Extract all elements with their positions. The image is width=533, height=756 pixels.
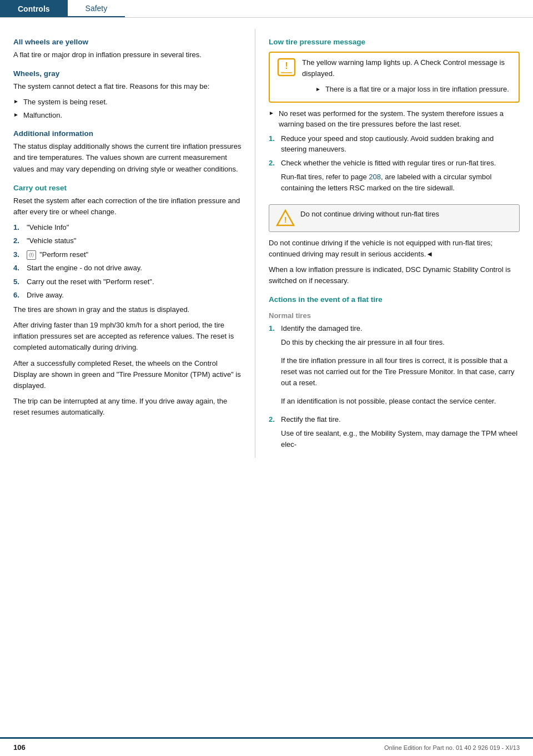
warning-text-area: The yellow warning lamp lights up. A Che…: [302, 57, 512, 97]
content: All wheels are yellow A flat tire or maj…: [0, 18, 533, 469]
after-steps-4: The trip can be interrupted at any time.…: [13, 396, 242, 418]
wheels-gray-bullet-list: ► The system is being reset. ► Malfuncti…: [13, 97, 242, 120]
step1-extra3: If an identification is not possible, pl…: [281, 396, 496, 407]
caution-box: ! Do not continue driving without run-fl…: [269, 204, 520, 232]
list-item: 3. 〈!〉 "Perform reset": [13, 249, 242, 260]
step-num: 1.: [269, 323, 281, 334]
section-additional-info-body: The status display additionally shows th…: [13, 141, 242, 174]
section-normal-tires-heading: Normal tires: [269, 311, 520, 320]
warning-box: ! The yellow warning lamp lights up. A C…: [269, 52, 520, 103]
step-num: 1.: [13, 222, 27, 233]
step-text: Carry out the reset with "Perform reset"…: [27, 276, 154, 288]
controls-tab-label: Controls: [18, 4, 50, 13]
caution-svg: !: [276, 209, 295, 228]
safety-tab-label: Safety: [86, 4, 108, 13]
caution-text: Do not continue driving without run-flat…: [300, 209, 439, 220]
step-num: 1.: [269, 133, 281, 144]
bullet-text: Malfunction.: [23, 110, 62, 121]
list-item: 4. Start the engine - do not drive away.: [13, 263, 242, 274]
section-additional-info-heading: Additional information: [13, 129, 242, 138]
list-item: 1. Identify the damaged tire. Do this by…: [269, 323, 520, 411]
step-text: Rectify the flat tire.: [281, 414, 341, 425]
warning-lamp-icon: !: [276, 57, 296, 77]
step-num: 2.: [269, 158, 281, 169]
step-num: 4.: [13, 263, 27, 274]
section-wheels-gray-body: The system cannot detect a flat tire. Re…: [13, 81, 242, 92]
list-item: 6. Drive away.: [13, 290, 242, 301]
after-steps-1: The tires are shown in gray and the stat…: [13, 304, 242, 315]
step-text: 〈!〉 "Perform reset": [27, 249, 88, 260]
tab-safety[interactable]: Safety: [68, 0, 125, 17]
page-number: 106: [13, 743, 26, 752]
step2-extra1: Use of tire sealant, e.g., the Mobility …: [281, 428, 520, 450]
header: Controls Safety: [0, 0, 533, 18]
page-link[interactable]: 208: [369, 173, 381, 181]
after-caution2: When a low inflation pressure is indicat…: [269, 264, 520, 286]
list-item: 1. "Vehicle Info": [13, 222, 242, 233]
warning-svg: !: [277, 58, 296, 77]
step1-extra2: If the tire inflation pressure in all fo…: [281, 355, 520, 389]
step-text: "Vehicle Info": [27, 222, 69, 233]
step-text: Start the engine - do not drive away.: [27, 263, 142, 274]
section-wheels-gray-heading: Wheels, gray: [13, 69, 242, 78]
carry-out-reset-steps: 1. "Vehicle Info" 2. "Vehicle status" 3.…: [13, 222, 242, 301]
step-num: 5.: [13, 276, 27, 288]
low-tire-steps: 1. Reduce your speed and stop cautiously…: [269, 133, 520, 199]
step2-content: Check whether the vehicle is fitted with…: [281, 158, 520, 199]
step-num: 6.: [13, 290, 27, 301]
section-carry-out-reset-heading: Carry out reset: [13, 184, 242, 192]
list-item: 2. "Vehicle status": [13, 235, 242, 246]
step-num: 3.: [13, 249, 27, 260]
bullet-triangle-icon: ►: [269, 109, 274, 117]
section-all-wheels-heading: All wheels are yellow: [13, 38, 242, 46]
no-reset-bullet-list: ► No reset was performed for the system.…: [269, 108, 520, 130]
section-actions-heading: Actions in the event of a flat tire: [269, 295, 520, 304]
after-caution: Do not continue driving if the vehicle i…: [269, 238, 520, 260]
menu-icon: 〈!〉: [27, 250, 36, 260]
step-text: Reduce your speed and stop cautiously. A…: [281, 133, 520, 155]
after-steps-2: After driving faster than 19 mph/30 km/h…: [13, 320, 242, 353]
page-wrapper: Controls Safety All wheels are yellow A …: [0, 0, 533, 756]
svg-text:!: !: [284, 215, 287, 224]
warning-text: The yellow warning lamp lights up. A Che…: [302, 57, 512, 79]
bullet-triangle-icon: ►: [13, 97, 19, 105]
right-column: Low tire pressure message ! The yellow w…: [255, 29, 533, 458]
caution-text-area: Do not continue driving without run-flat…: [300, 209, 439, 224]
step-text: "Vehicle status": [27, 235, 76, 246]
left-column: All wheels are yellow A flat tire or maj…: [0, 29, 255, 458]
list-item: 1. Reduce your speed and stop cautiously…: [269, 133, 520, 155]
step-num: 2.: [269, 414, 281, 425]
section-low-tire-heading: Low tire pressure message: [269, 38, 520, 46]
list-item: ► Malfunction.: [13, 110, 242, 121]
step-num: 2.: [13, 235, 27, 246]
step1-extra1: Do this by checking the air pressure in …: [281, 337, 445, 348]
section-carry-out-reset-body: Reset the system after each correction o…: [13, 195, 242, 218]
bullet-text: The system is being reset.: [23, 97, 108, 108]
sub-bullet-triangle-icon: ►: [315, 85, 321, 93]
normal-tires-steps: 1. Identify the damaged tire. Do this by…: [269, 323, 520, 455]
tab-controls[interactable]: Controls: [0, 0, 68, 17]
step2-extra: Run-flat tires, refer to page 208, are l…: [281, 172, 520, 194]
list-item: 2. Check whether the vehicle is fitted w…: [269, 158, 520, 199]
step-text-label: "Perform reset": [39, 250, 88, 259]
bullet-text: No reset was performed for the system. T…: [279, 108, 520, 130]
footer: 106 Online Edition for Part no. 01 40 2 …: [0, 737, 533, 756]
step-text: Identify the damaged tire.: [281, 323, 363, 334]
main-area: All wheels are yellow A flat tire or maj…: [0, 18, 533, 756]
list-item: 5. Carry out the reset with "Perform res…: [13, 276, 242, 288]
step2-extra-text: Run-flat tires, refer to page: [281, 173, 369, 181]
after-steps-3: After a successfully completed Reset, th…: [13, 358, 242, 391]
caution-icon: !: [276, 209, 295, 228]
section-all-wheels-body: A flat tire or major drop in inflation p…: [13, 49, 242, 61]
step-text: Drive away.: [27, 290, 64, 301]
list-item: ► No reset was performed for the system.…: [269, 108, 520, 130]
list-item: 2. Rectify the flat tire. Use of tire se…: [269, 414, 520, 455]
svg-text:!: !: [285, 61, 288, 70]
edition-text: Online Edition for Part no. 01 40 2 926 …: [384, 744, 520, 751]
sub-bullet: ► There is a flat tire or a major loss i…: [315, 84, 512, 95]
sub-bullet-text: There is a flat tire or a major loss in …: [325, 84, 509, 95]
bullet-triangle-icon: ►: [13, 110, 19, 119]
step-text: Check whether the vehicle is fitted with…: [281, 159, 496, 167]
list-item: ► The system is being reset.: [13, 97, 242, 108]
